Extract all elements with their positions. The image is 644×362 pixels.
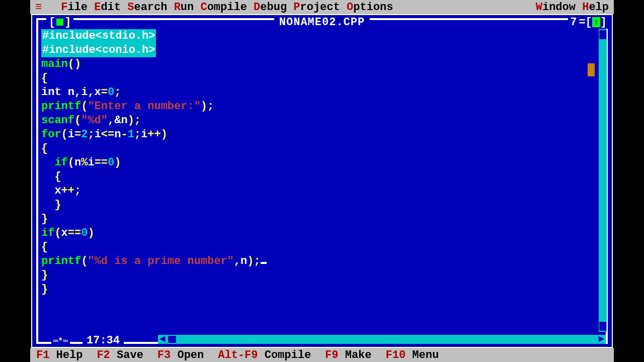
text-cursor (261, 262, 267, 264)
code-line: #include<conio.h> (41, 43, 598, 57)
code-line: #include<stdio.h> (41, 29, 598, 43)
code-line: { (41, 71, 598, 85)
code-line: main() (41, 57, 598, 71)
code-line: printf("%d is a prime number",n); (41, 254, 598, 268)
updown-arrow-icon: ↕ (592, 17, 600, 27)
code-line: { (41, 142, 598, 156)
close-icon (56, 19, 63, 26)
menu-bar: ≡ File Edit Search Run Compile Debug Pro… (30, 0, 614, 14)
menu-project[interactable]: Project (293, 1, 340, 14)
vertical-scrollbar[interactable] (599, 29, 607, 332)
menu-search[interactable]: Search (127, 1, 167, 14)
code-line: if(x==0) (41, 226, 598, 240)
code-editor[interactable]: #include<stdio.h>#include<conio.h>main()… (41, 29, 598, 332)
close-button[interactable]: [] (46, 16, 73, 29)
menu-help[interactable]: Help (582, 1, 609, 14)
code-line: x++; (41, 184, 598, 198)
modified-star-icon: ═*═ (51, 337, 70, 346)
menu-edit[interactable]: Edit (94, 1, 121, 14)
modified-indicator (588, 63, 595, 76)
status-save[interactable]: F2 Save (97, 349, 143, 361)
menu-debug[interactable]: Debug (254, 1, 287, 14)
scroll-left-icon[interactable]: ◄ (158, 335, 167, 344)
code-line: } (41, 212, 598, 226)
code-line: } (41, 268, 598, 283)
editor-window: [] NONAME02.CPP 7 =[↕] #include<stdio.h>… (31, 14, 613, 348)
code-line: printf("Enter a number:"); (41, 100, 598, 114)
code-line: } (41, 198, 598, 212)
code-line: { (41, 240, 598, 254)
title-bar: [] NONAME02.CPP 7 =[↕] (32, 15, 612, 29)
horizontal-scrollbar[interactable]: ◄ ► (158, 335, 606, 344)
ide-app: ≡ File Edit Search Run Compile Debug Pro… (30, 0, 614, 362)
maximize-button[interactable]: =[↕] (579, 16, 607, 29)
scroll-down-icon[interactable] (599, 322, 606, 331)
menu-run[interactable]: Run (174, 1, 194, 14)
status-open[interactable]: F3 Open (157, 349, 204, 361)
scroll-up-icon[interactable] (599, 30, 606, 39)
status-compile[interactable]: Alt-F9 Compile (218, 349, 311, 361)
code-line: scanf("%d",&n); (41, 114, 598, 128)
cursor-position: 17:34 (83, 334, 124, 347)
status-menu[interactable]: F10 Menu (386, 349, 439, 361)
window-number: 7 (570, 16, 577, 29)
menu-window[interactable]: Window (536, 1, 576, 14)
scroll-right-icon[interactable]: ► (597, 335, 606, 344)
status-make[interactable]: F9 Make (325, 349, 371, 361)
menu-compile[interactable]: Compile (200, 1, 247, 14)
code-line: for(i=2;i<=n-1;i++) (41, 128, 598, 142)
code-line: } (41, 283, 598, 297)
window-title: NONAME02.CPP (274, 16, 370, 29)
menu-file[interactable]: File (61, 1, 88, 14)
code-line: int n,i,x=0; (41, 85, 598, 100)
status-bar: F1 HelpF2 SaveF3 OpenAlt-F9 CompileF9 Ma… (30, 348, 614, 362)
code-line: if(n%i==0) (41, 156, 598, 170)
system-menu-icon[interactable]: ≡ (35, 1, 42, 14)
scroll-thumb[interactable] (168, 336, 176, 343)
status-help[interactable]: F1 Help (36, 349, 83, 361)
code-line: { (41, 170, 598, 184)
menu-options[interactable]: Options (347, 1, 393, 14)
